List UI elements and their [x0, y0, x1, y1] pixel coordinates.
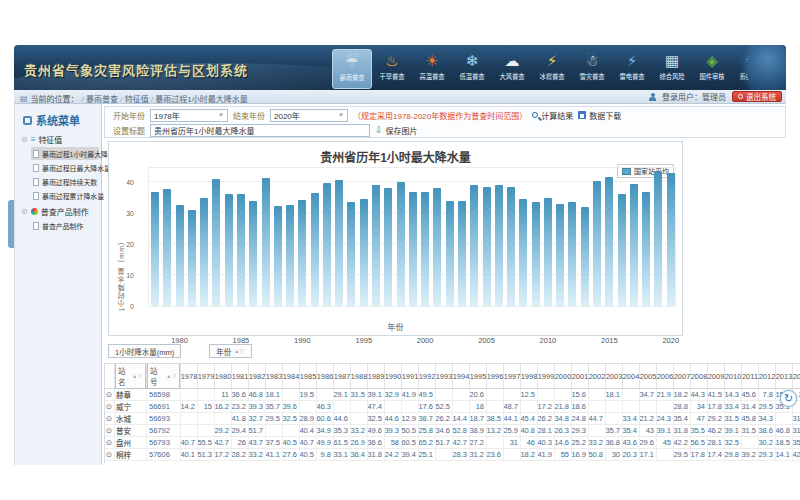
header-year-2004[interactable]: 2004: [623, 364, 640, 388]
header-year-2012[interactable]: 2012: [759, 364, 776, 388]
bar-2011[interactable]: [556, 204, 564, 306]
nav-item-calculator[interactable]: ▦综合风险: [652, 49, 692, 89]
bar-2000[interactable]: [421, 192, 429, 306]
station-name-cell[interactable]: 桐梓: [115, 449, 147, 460]
bar-2006[interactable]: [495, 185, 503, 306]
header-year-1991[interactable]: 1991: [402, 364, 419, 388]
bar-1998[interactable]: [397, 182, 405, 306]
sidebar-item[interactable]: 暴雨过程1小时最大降水量: [31, 147, 99, 160]
station-name-cell[interactable]: 普安: [115, 425, 147, 436]
header-year-1996[interactable]: 1996: [487, 364, 504, 388]
station-name-cell[interactable]: 水城: [115, 413, 147, 424]
start-year-select[interactable]: 1978年 ▼: [150, 109, 228, 122]
bar-1994[interactable]: [347, 202, 355, 306]
nav-item-hail[interactable]: ⚡冰雹普查: [532, 49, 572, 89]
bar-2013[interactable]: [581, 207, 589, 306]
bar-1999[interactable]: [409, 192, 417, 306]
header-year-2003[interactable]: 2003: [606, 364, 623, 388]
logout-button[interactable]: 退出系统: [732, 91, 782, 102]
sidebar-item[interactable]: 暴雨过程累计降水量: [31, 189, 99, 202]
header-year-2008[interactable]: 2008: [691, 364, 708, 388]
header-year-1990[interactable]: 1990: [385, 364, 402, 388]
bar-2015[interactable]: [605, 177, 613, 306]
bar-2003[interactable]: [458, 201, 466, 306]
header-year-2011[interactable]: 2011: [742, 364, 759, 388]
bar-2014[interactable]: [593, 181, 601, 306]
bar-1985[interactable]: [237, 194, 245, 306]
nav-item-lightning[interactable]: ⚡雷电普查: [612, 49, 652, 89]
bar-2008[interactable]: [519, 199, 527, 306]
bar-1978[interactable]: [151, 192, 159, 306]
header-year-2014[interactable]: 2014: [793, 364, 800, 388]
nav-item-low-temp[interactable]: ❄低温普查: [452, 49, 492, 89]
header-year-2013[interactable]: 2013: [776, 364, 793, 388]
bar-1982[interactable]: [200, 198, 208, 306]
bar-1996[interactable]: [372, 185, 380, 306]
header-year-2010[interactable]: 2010: [725, 364, 742, 388]
row-expander[interactable]: ⊙: [105, 437, 115, 448]
bar-1995[interactable]: [360, 199, 368, 306]
header-year-1980[interactable]: 1980: [215, 364, 232, 388]
bar-1991[interactable]: [311, 193, 319, 306]
bar-1988[interactable]: [274, 206, 282, 306]
nav-item-rainstorm[interactable]: ☔暴雨普查: [332, 49, 372, 89]
bar-1980[interactable]: [176, 205, 184, 306]
bar-2010[interactable]: [544, 198, 552, 306]
bar-2018[interactable]: [642, 192, 650, 306]
sidebar-group-1[interactable]: ⊙普查产品制作: [21, 206, 101, 217]
station-name-cell[interactable]: 赫章: [115, 389, 147, 400]
header-year-1989[interactable]: 1989: [368, 364, 385, 388]
bar-2002[interactable]: [446, 201, 454, 306]
header-year-2009[interactable]: 2009: [708, 364, 725, 388]
row-expander[interactable]: ⊙: [105, 413, 115, 424]
row-expander[interactable]: ⊙: [105, 425, 115, 436]
header-year-1981[interactable]: 1981: [232, 364, 249, 388]
station-name-sort-button[interactable]: 站名▲▽: [115, 363, 146, 389]
header-year-1985[interactable]: 1985: [300, 364, 317, 388]
bar-1984[interactable]: [225, 194, 233, 306]
bar-2007[interactable]: [507, 187, 515, 306]
header-year-1987[interactable]: 1987: [334, 364, 351, 388]
nav-item-wind[interactable]: ☁大风普查: [492, 49, 532, 89]
refresh-spinner-icon[interactable]: ↻: [780, 390, 797, 407]
row-expander[interactable]: ⊙: [105, 389, 115, 400]
bar-1992[interactable]: [323, 183, 331, 306]
header-year-2005[interactable]: 2005: [640, 364, 657, 388]
bar-2020[interactable]: [667, 173, 675, 306]
bar-1986[interactable]: [249, 201, 257, 306]
sidebar-item[interactable]: 暴雨过程持续天数: [31, 175, 99, 188]
breadcrumb-link[interactable]: 暴雨过程1小时最大降水量: [155, 95, 247, 104]
header-year-1982[interactable]: 1982: [249, 364, 266, 388]
nav-item-snow[interactable]: ☃雪灾普查: [572, 49, 612, 89]
end-year-select[interactable]: 2020年 ▼: [270, 109, 348, 122]
chart-title-input[interactable]: 贵州省历年1小时最大降水量: [150, 124, 370, 137]
bar-1979[interactable]: [163, 189, 171, 306]
breadcrumb-link[interactable]: 暴雨普查: [86, 95, 118, 104]
sidebar-group-0[interactable]: ⊙≡特征值: [21, 134, 101, 145]
bar-2012[interactable]: [568, 202, 576, 306]
header-year-1998[interactable]: 1998: [521, 364, 538, 388]
row-expander[interactable]: ⊙: [105, 401, 115, 412]
calc-result-button[interactable]: 计算结果: [532, 110, 573, 121]
bar-2016[interactable]: [618, 194, 626, 306]
header-year-2002[interactable]: 2002: [589, 364, 606, 388]
bar-2005[interactable]: [483, 187, 491, 306]
header-year-2001[interactable]: 2001: [572, 364, 589, 388]
bar-2004[interactable]: [470, 185, 478, 306]
nav-item-map-audit[interactable]: ◈图件审核: [692, 49, 732, 89]
year-sort-button[interactable]: 年份 ▲▽: [209, 344, 252, 358]
bar-1989[interactable]: [286, 205, 294, 306]
header-year-1979[interactable]: 1979: [198, 364, 215, 388]
header-year-1984[interactable]: 1984: [283, 364, 300, 388]
nav-item-high-temp[interactable]: ☀高温普查: [412, 49, 452, 89]
bar-2009[interactable]: [532, 202, 540, 306]
bar-1983[interactable]: [212, 179, 220, 306]
breadcrumb-link[interactable]: 特征值: [125, 95, 149, 104]
header-year-2006[interactable]: 2006: [657, 364, 674, 388]
header-year-1986[interactable]: 1986: [317, 364, 334, 388]
bar-1990[interactable]: [298, 200, 306, 306]
bar-2017[interactable]: [630, 184, 638, 306]
header-year-1997[interactable]: 1997: [504, 364, 521, 388]
header-year-1992[interactable]: 1992: [419, 364, 436, 388]
header-year-1978[interactable]: 1978: [181, 364, 198, 388]
